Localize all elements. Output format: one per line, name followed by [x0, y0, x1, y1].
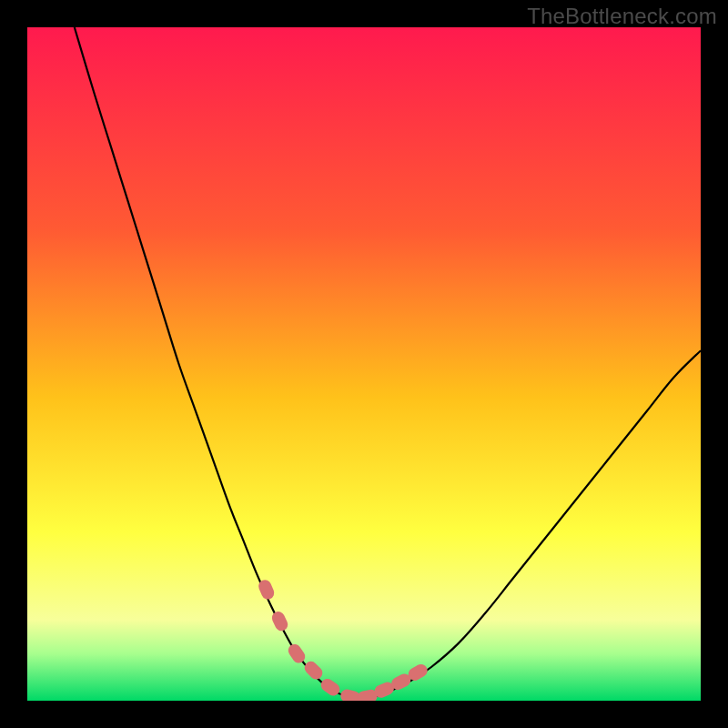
- chart-frame: TheBottleneck.com: [0, 0, 728, 728]
- watermark-text: TheBottleneck.com: [527, 4, 717, 29]
- chart-svg: [27, 27, 701, 701]
- plot-area: [27, 27, 701, 701]
- gradient-background: [27, 27, 701, 701]
